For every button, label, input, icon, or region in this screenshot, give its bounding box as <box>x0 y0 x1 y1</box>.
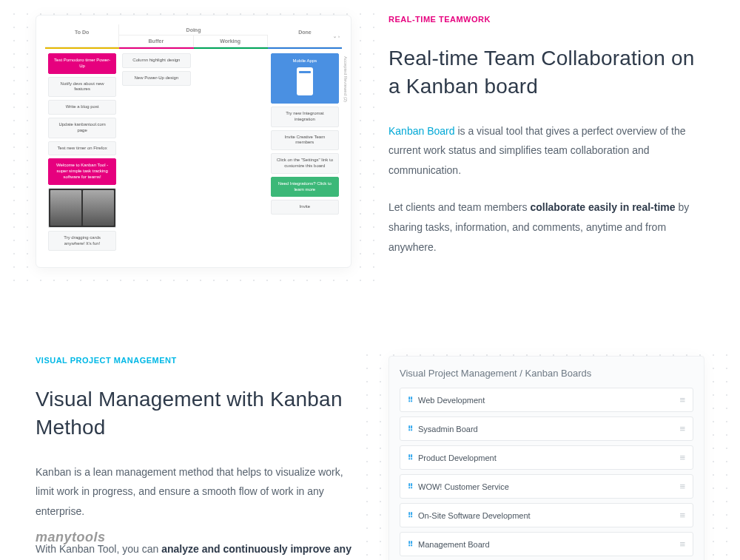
menu-icon[interactable]: ≡ <box>679 481 685 492</box>
board-item[interactable]: ⠿Product Development≡ <box>400 445 693 470</box>
menu-icon[interactable]: ≡ <box>679 539 685 550</box>
kanban-col-doing: Doing <box>119 24 268 36</box>
kanban-board-preview: Accepted Reviewed (2) To Do Doing Buffer… <box>36 15 352 268</box>
kanban-card: Try dragging cards anywhere! It's fun! <box>48 231 116 252</box>
grip-icon: ⠿ <box>408 483 412 490</box>
section-heading: Real-time Team Collaboration on a Kanban… <box>388 44 704 101</box>
section-paragraph: Kanban is a lean management method that … <box>36 462 352 522</box>
menu-icon[interactable]: ≡ <box>679 423 685 434</box>
section-heading: Visual Management with Kanban Method <box>36 385 352 442</box>
kanban-card: Click on the "Settings" link to customiz… <box>271 153 339 174</box>
board-item[interactable]: ⠿On-Site Software Development≡ <box>400 503 693 527</box>
menu-icon[interactable]: ≡ <box>679 394 685 405</box>
board-item[interactable]: ⠿WOW! Customer Service≡ <box>400 474 693 499</box>
kanban-side-label: Accepted Reviewed (2) <box>343 56 348 102</box>
grip-icon: ⠿ <box>408 512 412 519</box>
kanban-card: Need Integrations? Click to learn more <box>271 177 339 198</box>
board-item[interactable]: ⠿Web Development≡ <box>400 388 693 412</box>
kanban-card: Test new timer on Firefox <box>48 141 116 156</box>
kanban-card: Update kanbantool.com page <box>48 118 116 138</box>
boards-list-title: Visual Project Management / Kanban Board… <box>400 368 693 379</box>
boards-list-preview: Visual Project Management / Kanban Board… <box>388 356 704 560</box>
menu-icon[interactable]: ≡ <box>679 452 685 463</box>
kanban-card-image <box>48 188 116 228</box>
kanban-card: New Power-Up design <box>122 71 190 86</box>
kanban-card: Test Pomodoro timer Power-Up <box>48 53 116 74</box>
kanban-col-todo: To Do <box>45 24 119 47</box>
board-item[interactable]: ⠿Management Board≡ <box>400 532 693 556</box>
kanban-col-buffer: Buffer <box>119 36 193 47</box>
kanban-card: Write a blog post <box>48 100 116 115</box>
section-paragraph: Kanban Board is a visual tool that gives… <box>388 121 704 181</box>
kanban-card: Invite <box>271 200 339 215</box>
grip-icon: ⠿ <box>408 454 412 462</box>
watermark: manytools <box>36 530 106 545</box>
kanban-col-working: Working <box>194 36 268 47</box>
grip-icon: ⠿ <box>408 397 412 404</box>
kanban-card: Invite Creative Team members <box>271 130 339 151</box>
kanban-card: Column highlight design <box>122 53 190 68</box>
section-paragraph: Let clients and team members collaborate… <box>388 198 704 257</box>
kanban-board-link[interactable]: Kanban Board <box>388 125 455 137</box>
grip-icon: ⠿ <box>408 425 412 433</box>
board-item[interactable]: ⠿Sysadmin Board≡ <box>400 416 693 441</box>
kanban-card: Notify devs about new features <box>48 77 116 98</box>
kanban-col-done: Done⌄ › <box>268 24 342 47</box>
kanban-card: Welcome to Kanban Tool - super simple ta… <box>48 158 116 184</box>
grip-icon: ⠿ <box>408 541 412 548</box>
section-eyebrow: VISUAL PROJECT MANAGEMENT <box>36 356 352 365</box>
menu-icon[interactable]: ≡ <box>679 510 685 521</box>
kanban-card-mobile: Mobile Apps <box>271 53 339 104</box>
kanban-card: Try new Integromat integration <box>271 107 339 127</box>
section-eyebrow: REAL-TIME TEAMWORK <box>388 15 704 24</box>
phone-icon <box>297 67 313 95</box>
